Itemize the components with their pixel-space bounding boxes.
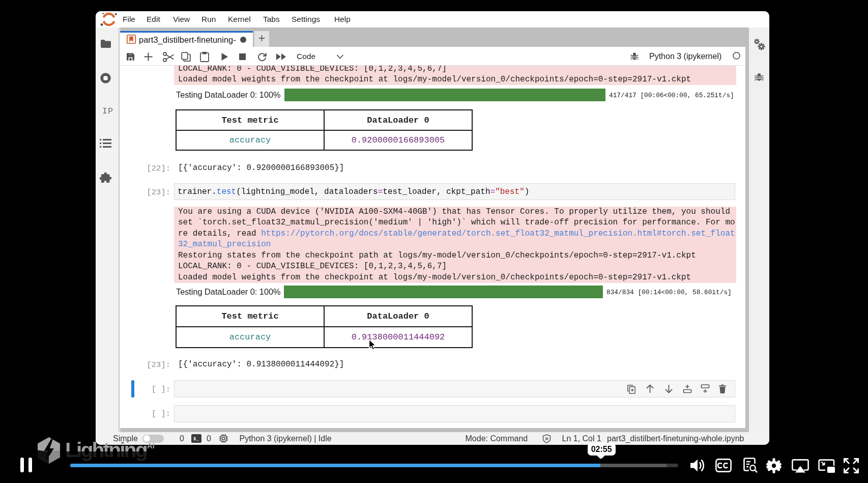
svg-text:$_: $_ <box>193 437 199 442</box>
